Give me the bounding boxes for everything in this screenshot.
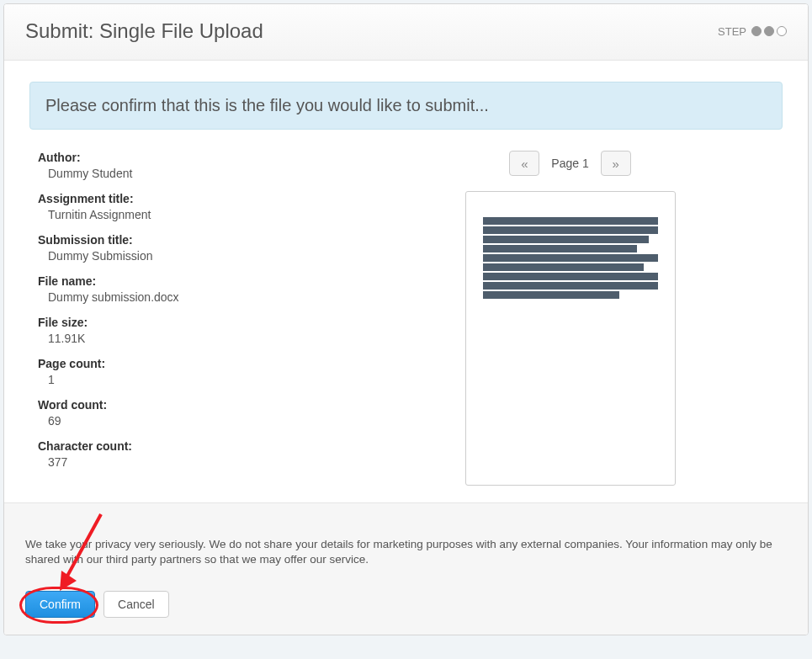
preview-line [483, 236, 650, 243]
panel-body: Please confirm that this is the file you… [4, 61, 808, 502]
meta-column: Author: Dummy Student Assignment title: … [38, 151, 332, 486]
meta-filename-label: File name: [38, 274, 332, 288]
pager-label: Page 1 [551, 157, 588, 170]
svg-marker-1 [60, 571, 77, 591]
meta-filesize-label: File size: [38, 316, 332, 329]
privacy-text: We take your privacy very seriously. We … [25, 537, 787, 567]
meta-filename-value: Dummy submission.docx [38, 290, 332, 304]
preview-line [483, 217, 658, 225]
meta-wordcount-label: Word count: [38, 398, 332, 412]
meta-author-value: Dummy Student [38, 167, 332, 180]
meta-submission: Submission title: Dummy Submission [38, 233, 332, 263]
step-dot-2 [764, 26, 774, 36]
preview-line [483, 226, 658, 234]
preview-line [483, 282, 658, 290]
meta-charcount-value: 377 [38, 455, 332, 469]
meta-wordcount-value: 69 [38, 414, 332, 428]
meta-wordcount: Word count: 69 [38, 398, 332, 428]
meta-submission-label: Submission title: [38, 233, 332, 247]
meta-filesize-value: 11.91K [38, 332, 332, 345]
meta-author-label: Author: [38, 151, 332, 164]
meta-assignment-label: Assignment title: [38, 192, 332, 205]
step-label: STEP [718, 25, 746, 38]
step-dot-3 [777, 26, 787, 36]
meta-charcount: Character count: 377 [38, 439, 332, 469]
meta-filename: File name: Dummy submission.docx [38, 274, 332, 304]
chevron-left-icon: « [521, 157, 528, 171]
submit-panel: Submit: Single File Upload STEP Please c… [3, 3, 809, 635]
preview-line [483, 273, 658, 280]
panel-footer: We take your privacy very seriously. We … [4, 502, 808, 635]
meta-author: Author: Dummy Student [38, 151, 332, 180]
pager: « Page 1 » [509, 151, 630, 176]
pager-prev-button[interactable]: « [509, 151, 539, 176]
meta-pagecount: Page count: 1 [38, 357, 332, 386]
meta-assignment: Assignment title: Turnitin Assignment [38, 192, 332, 221]
step-dot-1 [751, 26, 762, 36]
page-preview [465, 191, 676, 486]
pager-next-button[interactable]: » [601, 151, 631, 176]
confirm-button[interactable]: Confirm [25, 591, 95, 618]
meta-pagecount-value: 1 [38, 373, 332, 386]
preview-column: « Page 1 » [366, 151, 774, 486]
content-row: Author: Dummy Student Assignment title: … [29, 151, 783, 486]
step-dots [751, 26, 787, 36]
confirm-banner: Please confirm that this is the file you… [29, 82, 783, 130]
button-row: Confirm Cancel [25, 591, 787, 618]
step-indicator: STEP [718, 25, 787, 38]
meta-pagecount-label: Page count: [38, 357, 332, 370]
meta-submission-value: Dummy Submission [38, 249, 332, 263]
preview-line [483, 254, 658, 262]
panel-header: Submit: Single File Upload STEP [4, 4, 808, 61]
meta-charcount-label: Character count: [38, 439, 332, 453]
page-title: Submit: Single File Upload [25, 19, 263, 43]
cancel-button[interactable]: Cancel [103, 591, 169, 618]
preview-line [483, 263, 644, 271]
preview-line [483, 291, 619, 299]
preview-line [483, 245, 637, 252]
meta-filesize: File size: 11.91K [38, 316, 332, 345]
meta-assignment-value: Turnitin Assignment [38, 208, 332, 221]
chevron-right-icon: » [613, 157, 619, 171]
